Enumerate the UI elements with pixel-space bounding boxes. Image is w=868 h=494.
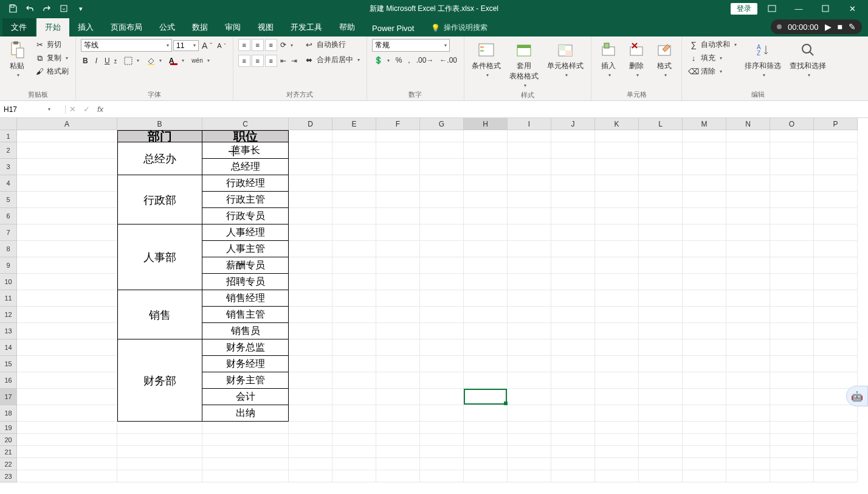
cell-C6[interactable]: 行政专员 [202, 208, 289, 224]
border-button[interactable]: ▾ [122, 56, 141, 66]
cell-P12[interactable] [814, 307, 858, 323]
cell-B18[interactable] [117, 405, 202, 422]
cell-K15[interactable] [595, 356, 639, 372]
cell-M13[interactable] [683, 323, 726, 339]
tab-data[interactable]: 数据 [184, 18, 216, 37]
cell-C5[interactable]: 行政主管 [202, 192, 289, 208]
cell-L6[interactable] [639, 208, 683, 224]
cell-B21[interactable] [117, 446, 202, 458]
cell-E14[interactable] [332, 339, 376, 356]
cell-A8[interactable] [17, 241, 117, 257]
cell-J15[interactable] [551, 356, 595, 372]
column-header-M[interactable]: M [683, 118, 726, 130]
cell-E13[interactable] [332, 323, 376, 339]
cell-C16[interactable]: 财务主管 [202, 372, 289, 389]
cell-D8[interactable] [289, 241, 332, 257]
cell-J23[interactable] [551, 470, 595, 482]
cell-D14[interactable] [289, 339, 332, 356]
row-header-4[interactable]: 4 [0, 175, 17, 192]
cell-N23[interactable] [726, 470, 770, 482]
cell-L17[interactable] [639, 389, 683, 405]
cell-E7[interactable] [332, 224, 376, 241]
cell-J6[interactable] [551, 208, 595, 224]
cell-M8[interactable] [683, 241, 726, 257]
cell-I4[interactable] [508, 175, 551, 192]
cell-I6[interactable] [508, 208, 551, 224]
cell-M21[interactable] [683, 446, 726, 458]
cell-J19[interactable] [551, 422, 595, 434]
cell-L2[interactable] [639, 142, 683, 159]
cell-A15[interactable] [17, 356, 117, 372]
cell-K17[interactable] [595, 389, 639, 405]
cell-O16[interactable] [770, 372, 814, 389]
cell-F4[interactable] [376, 175, 420, 192]
cell-A2[interactable] [17, 142, 117, 159]
cell-P5[interactable] [814, 192, 858, 208]
cell-D6[interactable] [289, 208, 332, 224]
cell-P1[interactable] [814, 130, 858, 142]
cell-I19[interactable] [508, 422, 551, 434]
column-header-H[interactable]: H [464, 118, 508, 130]
row-header-12[interactable]: 12 [0, 307, 17, 323]
cell-I13[interactable] [508, 323, 551, 339]
cell-G8[interactable] [420, 241, 464, 257]
cell-K7[interactable] [595, 224, 639, 241]
cell-K18[interactable] [595, 405, 639, 422]
cell-B1[interactable]: 部门 [117, 130, 202, 142]
cell-P10[interactable] [814, 274, 858, 290]
cell-O19[interactable] [770, 422, 814, 434]
cell-M23[interactable] [683, 470, 726, 482]
cell-P2[interactable] [814, 142, 858, 159]
cell-E18[interactable] [332, 405, 376, 422]
cell-L13[interactable] [639, 323, 683, 339]
cell-G4[interactable] [420, 175, 464, 192]
cell-H9[interactable] [464, 257, 508, 274]
format-cells-button[interactable]: 格式▾ [652, 39, 677, 79]
cell-N8[interactable] [726, 241, 770, 257]
cut-button[interactable]: ✂剪切 [33, 39, 71, 50]
cell-C22[interactable] [202, 458, 289, 470]
cell-G1[interactable] [420, 130, 464, 142]
increase-indent-button[interactable]: ⇥ [289, 56, 299, 66]
cell-N10[interactable] [726, 274, 770, 290]
paste-button[interactable]: 粘贴▾ [5, 39, 29, 79]
stop-button[interactable]: ■ [838, 22, 842, 32]
cell-F5[interactable] [376, 192, 420, 208]
decrease-font-button[interactable]: Aˇ [215, 41, 227, 50]
row-header-18[interactable]: 18 [0, 405, 17, 422]
cell-C3[interactable]: 总经理 [202, 159, 289, 175]
cell-E8[interactable] [332, 241, 376, 257]
cell-M19[interactable] [683, 422, 726, 434]
cell-H16[interactable] [464, 372, 508, 389]
tab-dev[interactable]: 开发工具 [282, 18, 331, 37]
cell-A20[interactable] [17, 434, 117, 446]
cell-O11[interactable] [770, 290, 814, 307]
cell-G21[interactable] [420, 446, 464, 458]
cell-A11[interactable] [17, 290, 117, 307]
cell-C23[interactable] [202, 470, 289, 482]
column-header-L[interactable]: L [639, 118, 683, 130]
cell-C19[interactable] [202, 422, 289, 434]
cell-C13[interactable]: 销售员 [202, 323, 289, 339]
cell-K23[interactable] [595, 470, 639, 482]
sort-filter-button[interactable]: AZ排序和筛选▾ [742, 39, 784, 79]
cell-L9[interactable] [639, 257, 683, 274]
cell-G15[interactable] [420, 356, 464, 372]
cell-O3[interactable] [770, 159, 814, 175]
percent-button[interactable]: % [394, 55, 404, 65]
worksheet-grid[interactable]: ABCDEFGHIJKLMNOP 12345678910111213141516… [0, 118, 868, 494]
cell-C12[interactable]: 销售主管 [202, 307, 289, 323]
cell-H13[interactable] [464, 323, 508, 339]
column-header-K[interactable]: K [595, 118, 639, 130]
cell-J9[interactable] [551, 257, 595, 274]
cell-H23[interactable] [464, 470, 508, 482]
cell-J12[interactable] [551, 307, 595, 323]
cell-O13[interactable] [770, 323, 814, 339]
cell-P19[interactable] [814, 422, 858, 434]
merge-center-button[interactable]: ⬌合并后居中▾ [303, 54, 362, 66]
cell-P6[interactable] [814, 208, 858, 224]
cell-O8[interactable] [770, 241, 814, 257]
cell-G20[interactable] [420, 434, 464, 446]
cell-B12[interactable] [117, 307, 202, 323]
cell-P18[interactable] [814, 405, 858, 422]
